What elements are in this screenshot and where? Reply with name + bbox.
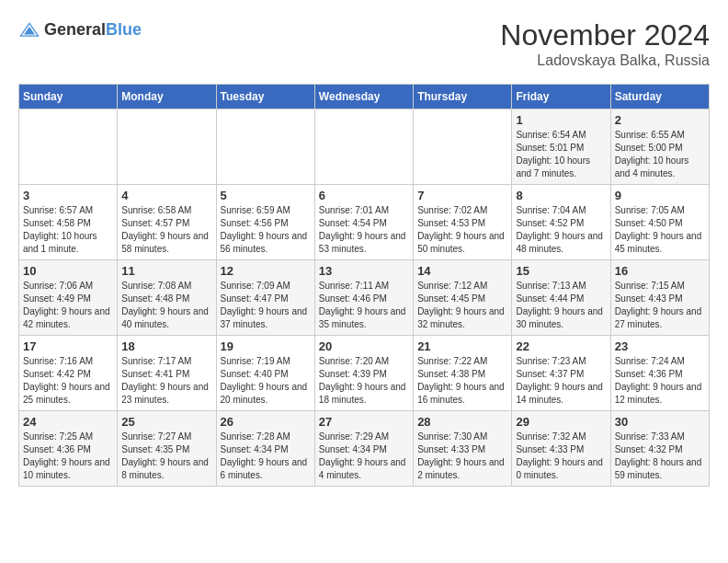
calendar-cell: 12Sunrise: 7:09 AM Sunset: 4:47 PM Dayli… <box>216 260 314 336</box>
title-block: November 2024 Ladovskaya Balka, Russia <box>500 18 710 69</box>
day-info: Sunrise: 7:06 AM Sunset: 4:49 PM Dayligh… <box>23 280 113 331</box>
calendar-cell: 24Sunrise: 7:25 AM Sunset: 4:36 PM Dayli… <box>19 411 118 487</box>
day-number: 30 <box>615 415 705 429</box>
day-number: 4 <box>121 189 211 202</box>
calendar-cell: 9Sunrise: 7:05 AM Sunset: 4:50 PM Daylig… <box>610 185 709 260</box>
calendar-cell <box>314 109 413 185</box>
day-info: Sunrise: 7:09 AM Sunset: 4:47 PM Dayligh… <box>221 280 311 331</box>
day-info: Sunrise: 7:24 AM Sunset: 4:36 PM Dayligh… <box>615 355 705 407</box>
day-info: Sunrise: 7:30 AM Sunset: 4:33 PM Dayligh… <box>417 431 507 482</box>
calendar-cell <box>414 109 512 185</box>
calendar-cell: 14Sunrise: 7:12 AM Sunset: 4:45 PM Dayli… <box>414 260 512 336</box>
calendar-row: 24Sunrise: 7:25 AM Sunset: 4:36 PM Dayli… <box>19 411 710 487</box>
day-header: Thursday <box>414 85 512 109</box>
day-header: Monday <box>118 85 216 109</box>
day-number: 26 <box>221 415 311 429</box>
calendar-cell: 26Sunrise: 7:28 AM Sunset: 4:34 PM Dayli… <box>216 411 314 487</box>
day-number: 14 <box>417 264 507 278</box>
day-number: 20 <box>319 339 409 353</box>
day-number: 8 <box>516 189 606 202</box>
day-header: Friday <box>512 85 610 109</box>
calendar-cell: 23Sunrise: 7:24 AM Sunset: 4:36 PM Dayli… <box>610 336 709 411</box>
day-info: Sunrise: 7:05 AM Sunset: 4:50 PM Dayligh… <box>615 204 705 256</box>
day-number: 6 <box>319 189 409 202</box>
day-info: Sunrise: 7:28 AM Sunset: 4:34 PM Dayligh… <box>221 431 311 482</box>
day-info: Sunrise: 6:54 AM Sunset: 5:01 PM Dayligh… <box>516 129 606 180</box>
day-info: Sunrise: 7:33 AM Sunset: 4:32 PM Dayligh… <box>615 431 705 482</box>
calendar-cell <box>19 109 118 185</box>
calendar-cell: 2Sunrise: 6:55 AM Sunset: 5:00 PM Daylig… <box>610 109 709 185</box>
day-number: 23 <box>615 339 705 353</box>
day-number: 15 <box>516 264 606 278</box>
logo: GeneralBlue <box>18 18 142 40</box>
day-info: Sunrise: 7:32 AM Sunset: 4:33 PM Dayligh… <box>516 431 606 482</box>
calendar-cell: 28Sunrise: 7:30 AM Sunset: 4:33 PM Dayli… <box>414 411 512 487</box>
logo-blue-text: Blue <box>106 20 142 40</box>
day-info: Sunrise: 7:20 AM Sunset: 4:39 PM Dayligh… <box>319 355 409 407</box>
calendar-row: 1Sunrise: 6:54 AM Sunset: 5:01 PM Daylig… <box>19 109 710 185</box>
calendar-cell: 20Sunrise: 7:20 AM Sunset: 4:39 PM Dayli… <box>314 336 413 411</box>
day-info: Sunrise: 7:27 AM Sunset: 4:35 PM Dayligh… <box>121 431 211 482</box>
day-info: Sunrise: 7:15 AM Sunset: 4:43 PM Dayligh… <box>615 280 705 331</box>
day-number: 24 <box>23 415 113 429</box>
day-number: 29 <box>516 415 606 429</box>
calendar-cell: 16Sunrise: 7:15 AM Sunset: 4:43 PM Dayli… <box>610 260 709 336</box>
day-number: 18 <box>121 339 211 353</box>
logo-general-text: General <box>44 20 106 40</box>
day-number: 13 <box>319 264 409 278</box>
logo-icon <box>18 18 40 40</box>
day-info: Sunrise: 7:29 AM Sunset: 4:34 PM Dayligh… <box>319 431 409 482</box>
day-header: Sunday <box>19 85 118 109</box>
calendar-cell: 11Sunrise: 7:08 AM Sunset: 4:48 PM Dayli… <box>118 260 216 336</box>
calendar-table: SundayMondayTuesdayWednesdayThursdayFrid… <box>18 84 710 487</box>
calendar-cell: 6Sunrise: 7:01 AM Sunset: 4:54 PM Daylig… <box>314 185 413 260</box>
day-info: Sunrise: 6:57 AM Sunset: 4:58 PM Dayligh… <box>23 204 113 256</box>
month-title: November 2024 <box>500 18 710 52</box>
day-info: Sunrise: 7:02 AM Sunset: 4:53 PM Dayligh… <box>417 204 507 256</box>
calendar-cell: 1Sunrise: 6:54 AM Sunset: 5:01 PM Daylig… <box>512 109 610 185</box>
calendar-cell: 5Sunrise: 6:59 AM Sunset: 4:56 PM Daylig… <box>216 185 314 260</box>
day-number: 3 <box>23 189 113 202</box>
day-info: Sunrise: 6:55 AM Sunset: 5:00 PM Dayligh… <box>615 129 705 180</box>
day-number: 12 <box>221 264 311 278</box>
day-info: Sunrise: 7:13 AM Sunset: 4:44 PM Dayligh… <box>516 280 606 331</box>
location-title: Ladovskaya Balka, Russia <box>500 52 710 69</box>
day-header: Tuesday <box>216 85 314 109</box>
calendar-cell: 21Sunrise: 7:22 AM Sunset: 4:38 PM Dayli… <box>414 336 512 411</box>
day-info: Sunrise: 7:12 AM Sunset: 4:45 PM Dayligh… <box>417 280 507 331</box>
day-info: Sunrise: 7:16 AM Sunset: 4:42 PM Dayligh… <box>23 355 113 407</box>
day-info: Sunrise: 7:11 AM Sunset: 4:46 PM Dayligh… <box>319 280 409 331</box>
day-number: 9 <box>615 189 705 202</box>
calendar-cell: 17Sunrise: 7:16 AM Sunset: 4:42 PM Dayli… <box>19 336 118 411</box>
calendar-cell: 10Sunrise: 7:06 AM Sunset: 4:49 PM Dayli… <box>19 260 118 336</box>
day-info: Sunrise: 6:59 AM Sunset: 4:56 PM Dayligh… <box>221 204 311 256</box>
day-info: Sunrise: 6:58 AM Sunset: 4:57 PM Dayligh… <box>121 204 211 256</box>
day-number: 11 <box>121 264 211 278</box>
day-number: 19 <box>221 339 311 353</box>
calendar-row: 3Sunrise: 6:57 AM Sunset: 4:58 PM Daylig… <box>19 185 710 260</box>
day-number: 5 <box>221 189 311 202</box>
calendar-cell: 7Sunrise: 7:02 AM Sunset: 4:53 PM Daylig… <box>414 185 512 260</box>
day-number: 1 <box>516 113 606 127</box>
day-header: Wednesday <box>314 85 413 109</box>
calendar-cell: 13Sunrise: 7:11 AM Sunset: 4:46 PM Dayli… <box>314 260 413 336</box>
calendar-cell: 30Sunrise: 7:33 AM Sunset: 4:32 PM Dayli… <box>610 411 709 487</box>
day-number: 10 <box>23 264 113 278</box>
day-info: Sunrise: 7:23 AM Sunset: 4:37 PM Dayligh… <box>516 355 606 407</box>
calendar-header: SundayMondayTuesdayWednesdayThursdayFrid… <box>19 85 710 109</box>
calendar-cell <box>216 109 314 185</box>
calendar-cell: 22Sunrise: 7:23 AM Sunset: 4:37 PM Dayli… <box>512 336 610 411</box>
day-info: Sunrise: 7:04 AM Sunset: 4:52 PM Dayligh… <box>516 204 606 256</box>
day-number: 16 <box>615 264 705 278</box>
day-info: Sunrise: 7:08 AM Sunset: 4:48 PM Dayligh… <box>121 280 211 331</box>
day-number: 25 <box>121 415 211 429</box>
day-header: Saturday <box>610 85 709 109</box>
calendar-cell: 18Sunrise: 7:17 AM Sunset: 4:41 PM Dayli… <box>118 336 216 411</box>
calendar-cell: 25Sunrise: 7:27 AM Sunset: 4:35 PM Dayli… <box>118 411 216 487</box>
header-row: SundayMondayTuesdayWednesdayThursdayFrid… <box>19 85 710 109</box>
day-number: 22 <box>516 339 606 353</box>
calendar-cell: 19Sunrise: 7:19 AM Sunset: 4:40 PM Dayli… <box>216 336 314 411</box>
calendar-cell: 3Sunrise: 6:57 AM Sunset: 4:58 PM Daylig… <box>19 185 118 260</box>
calendar-row: 10Sunrise: 7:06 AM Sunset: 4:49 PM Dayli… <box>19 260 710 336</box>
day-number: 2 <box>615 113 705 127</box>
